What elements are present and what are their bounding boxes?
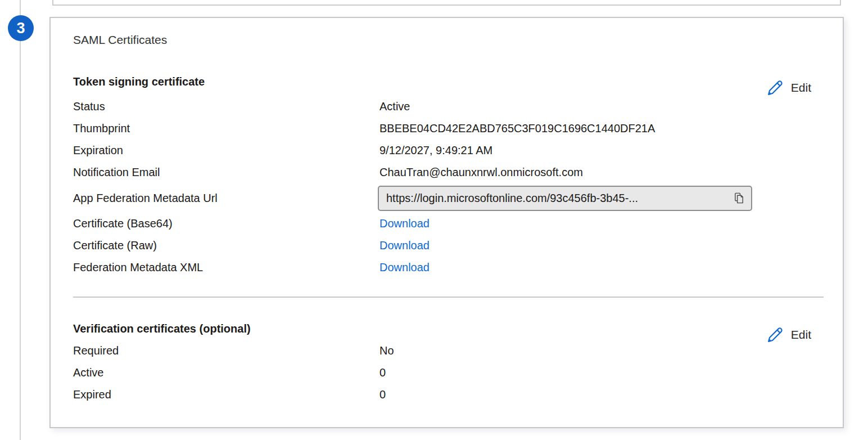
row-required: Required No <box>73 340 811 362</box>
notification-email-value: ChauTran@chaunxnrwl.onmicrosoft.com <box>379 166 583 179</box>
metadata-url-label: App Federation Metadata Url <box>73 192 379 205</box>
copy-icon[interactable] <box>733 191 745 205</box>
active-count-value: 0 <box>379 366 386 379</box>
expiration-label: Expiration <box>73 144 379 157</box>
required-label: Required <box>73 344 379 357</box>
pencil-icon <box>767 326 784 343</box>
certificate-base64-label: Certificate (Base64) <box>73 217 379 230</box>
metadata-url-input[interactable] <box>386 192 728 205</box>
download-certificate-base64-link[interactable]: Download <box>379 217 430 230</box>
row-expired-count: Expired 0 <box>73 384 811 406</box>
row-status: Status Active <box>73 96 811 118</box>
expired-count-value: 0 <box>379 388 386 401</box>
thumbprint-label: Thumbprint <box>73 122 379 135</box>
certificate-raw-label: Certificate (Raw) <box>73 239 379 252</box>
expired-count-label: Expired <box>73 388 379 401</box>
thumbprint-value: BBEBE04CD42E2ABD765C3F019C1696C1440DF21A <box>379 122 655 135</box>
row-certificate-base64: Certificate (Base64) Download <box>73 213 811 235</box>
token-signing-rows: Status Active Thumbprint BBEBE04CD42E2AB… <box>73 96 811 279</box>
previous-step-card-edge <box>52 0 841 6</box>
row-certificate-raw: Certificate (Raw) Download <box>73 235 811 257</box>
verification-rows: Required No Active 0 Expired 0 <box>73 340 811 406</box>
section-divider <box>73 297 824 298</box>
row-app-federation-metadata-url: App Federation Metadata Url <box>73 183 811 213</box>
card-title: SAML Certificates <box>73 32 811 48</box>
edit-button-label: Edit <box>791 79 811 96</box>
timeline-connector <box>20 0 21 440</box>
token-signing-certificate-section: Token signing certificate Edit Status Ac… <box>73 74 811 279</box>
step-number: 3 <box>16 20 25 37</box>
edit-button-label: Edit <box>791 326 811 343</box>
required-value: No <box>379 344 394 357</box>
expiration-value: 9/12/2027, 9:49:21 AM <box>379 144 492 157</box>
saml-certificates-card: SAML Certificates Token signing certific… <box>49 17 844 428</box>
edit-verification-button[interactable]: Edit <box>767 326 811 343</box>
token-signing-heading: Token signing certificate <box>73 74 811 89</box>
download-certificate-raw-link[interactable]: Download <box>379 239 430 252</box>
row-expiration: Expiration 9/12/2027, 9:49:21 AM <box>73 140 811 161</box>
verification-heading: Verification certificates (optional) <box>73 321 811 336</box>
metadata-url-copybox[interactable] <box>378 186 752 211</box>
row-active-count: Active 0 <box>73 362 811 384</box>
edit-token-signing-button[interactable]: Edit <box>767 79 811 96</box>
status-value: Active <box>379 100 410 113</box>
notification-email-label: Notification Email <box>73 166 379 179</box>
download-federation-metadata-xml-link[interactable]: Download <box>379 261 430 274</box>
row-notification-email: Notification Email ChauTran@chaunxnrwl.o… <box>73 161 811 183</box>
pencil-icon <box>767 79 784 96</box>
status-label: Status <box>73 100 379 113</box>
verification-certificates-section: Verification certificates (optional) Edi… <box>73 321 811 406</box>
row-thumbprint: Thumbprint BBEBE04CD42E2ABD765C3F019C169… <box>73 118 811 140</box>
federation-metadata-xml-label: Federation Metadata XML <box>73 261 379 274</box>
step-3-badge: 3 <box>8 15 34 41</box>
row-federation-metadata-xml: Federation Metadata XML Download <box>73 257 811 279</box>
active-count-label: Active <box>73 366 379 379</box>
